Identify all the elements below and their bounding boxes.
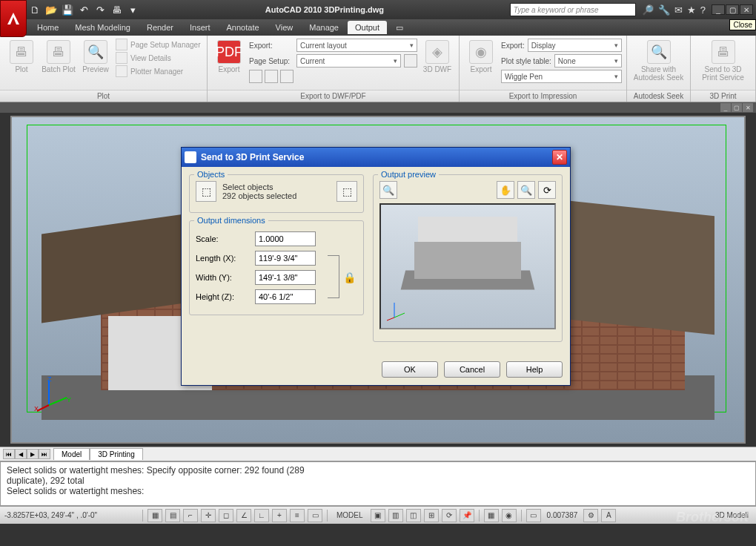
3dprint-icon: 🖶 — [712, 40, 735, 64]
plotstyle-dropdown[interactable]: None — [554, 54, 622, 68]
pagesetup-btn-icon[interactable] — [404, 54, 417, 68]
qat-undo-icon[interactable]: ↶ — [77, 3, 90, 16]
maximize-button[interactable]: ▢ — [726, 4, 739, 15]
tab-mesh-modeling[interactable]: Mesh Modeling — [67, 21, 138, 34]
select-objects-button[interactable]: ⬚ — [196, 181, 216, 202]
export-opt2-icon[interactable] — [265, 70, 278, 83]
comm-icon[interactable]: ✉ — [674, 4, 683, 16]
qat-redo-icon[interactable]: ↷ — [93, 3, 107, 16]
doc-min-icon[interactable]: _ — [720, 103, 731, 112]
search-input[interactable]: Type a keyword or phrase — [510, 3, 636, 16]
3d-dwf-button[interactable]: ◈3D DWF — [420, 39, 454, 73]
sb-b-icon[interactable]: ▥ — [388, 509, 403, 522]
otrack-icon[interactable]: ∠ — [236, 509, 251, 522]
sb-h-icon[interactable]: ◉ — [502, 509, 517, 522]
qat-dropdown-icon[interactable]: ▾ — [126, 3, 139, 16]
tab-extra-icon[interactable]: ▭ — [388, 21, 411, 35]
send-3d-print-button[interactable]: 🖶Send to 3D Print Service — [697, 39, 749, 82]
qat-open-icon[interactable]: 📂 — [44, 3, 58, 16]
command-window[interactable]: Select solids or watertight meshes: Spec… — [0, 461, 756, 506]
sb-d-icon[interactable]: ⊞ — [424, 509, 439, 522]
layout-first-icon[interactable]: ⏮ — [3, 449, 15, 459]
snap-icon[interactable]: ▦ — [147, 509, 162, 522]
plot-button[interactable]: 🖶Plot — [4, 39, 39, 73]
export-opt3-icon[interactable] — [280, 70, 294, 83]
view-details[interactable]: View Details — [116, 52, 201, 64]
ucs-icon[interactable]: ZYX — [34, 375, 71, 412]
pan-icon[interactable]: ✋ — [497, 181, 514, 199]
qat-new-icon[interactable]: 🗋 — [28, 3, 42, 16]
width-input[interactable] — [255, 270, 316, 285]
coordinates[interactable]: -3.8257E+03, 249'-4" , .0'-0" — [4, 511, 138, 519]
pagesetup-dropdown[interactable]: Current — [296, 54, 401, 68]
impression-export-button[interactable]: ◉Export — [464, 39, 498, 73]
qat-save-icon[interactable]: 💾 — [61, 3, 74, 16]
panel-title-3dprint: 3D Print — [691, 90, 755, 102]
layout-tab-3dprinting[interactable]: 3D Printing — [90, 448, 142, 460]
zoom-extents-icon[interactable]: 🔍 — [379, 181, 397, 199]
imp-display-dropdown[interactable]: Display — [528, 39, 622, 52]
page-setup-mgr[interactable]: Page Setup Manager — [116, 39, 201, 50]
height-input[interactable] — [255, 289, 316, 304]
close-button[interactable]: ✕ — [740, 4, 753, 15]
qp-icon[interactable]: ▭ — [308, 509, 322, 522]
ortho-icon[interactable]: ⌐ — [183, 509, 198, 522]
annotation-scale[interactable]: 0.007387 — [544, 511, 581, 519]
help-icon[interactable]: ? — [700, 4, 706, 16]
lock-icon[interactable]: 🔒 — [343, 272, 356, 283]
tab-insert[interactable]: Insert — [182, 21, 218, 34]
plotter-mgr[interactable]: Plotter Manager — [116, 65, 201, 77]
grid-icon[interactable]: ▤ — [165, 509, 180, 522]
model-space-toggle[interactable]: MODEL — [332, 511, 368, 519]
sb-e-icon[interactable]: ⟳ — [442, 509, 457, 522]
layout-next-icon[interactable]: ▶ — [27, 449, 39, 459]
tab-home[interactable]: Home — [30, 21, 66, 34]
tab-annotate[interactable]: Annotate — [219, 21, 267, 34]
sb-k-icon[interactable]: A — [601, 509, 616, 522]
scale-input[interactable] — [255, 231, 316, 246]
orbit-icon[interactable]: ⟳ — [538, 181, 556, 199]
qat-print-icon[interactable]: 🖶 — [110, 3, 123, 16]
doc-max-icon[interactable]: ▢ — [732, 103, 742, 112]
help-button[interactable]: Help — [506, 361, 563, 378]
export-pdf-button[interactable]: PDFExport — [212, 39, 246, 73]
favorite-icon[interactable]: ★ — [687, 4, 696, 16]
dyn-icon[interactable]: + — [272, 509, 287, 522]
wiggle-pen-dropdown[interactable]: Wiggle Pen — [501, 70, 622, 83]
binoculars-icon[interactable]: 🔎 — [642, 4, 654, 16]
sb-i-icon[interactable]: ▭ — [526, 509, 541, 522]
minimize-button[interactable]: _ — [712, 4, 725, 15]
sb-f-icon[interactable]: 📌 — [460, 509, 474, 522]
layout-tab-model[interactable]: Model — [53, 448, 90, 460]
zoom-icon[interactable]: 🔍 — [517, 181, 535, 199]
length-input[interactable] — [255, 251, 316, 266]
dialog-close-button[interactable]: ✕ — [552, 150, 567, 165]
batch-plot-button[interactable]: 🖶Batch Plot — [42, 39, 76, 73]
app-menu-button[interactable] — [0, 0, 27, 37]
tab-manage[interactable]: Manage — [302, 21, 346, 34]
export-layout-dropdown[interactable]: Current layout — [296, 39, 417, 52]
ok-button[interactable]: OK — [382, 361, 438, 378]
dialog-titlebar[interactable]: Send to 3D Print Service ✕ — [182, 148, 570, 167]
sb-c-icon[interactable]: ◫ — [406, 509, 421, 522]
layout-prev-icon[interactable]: ◀ — [15, 449, 27, 459]
sb-j-icon[interactable]: ⚙ — [583, 509, 598, 522]
lwt-icon[interactable]: ≡ — [290, 509, 305, 522]
doc-close-icon[interactable]: ✕ — [743, 103, 753, 112]
quick-select-button[interactable]: ⬚ — [336, 181, 357, 202]
cancel-button[interactable]: Cancel — [444, 361, 500, 378]
autodesk-seek-button[interactable]: 🔍Share with Autodesk Seek — [633, 39, 685, 82]
preview-button[interactable]: 🔍Preview — [79, 39, 113, 73]
tab-render[interactable]: Render — [139, 21, 181, 34]
key-icon[interactable]: 🔧 — [658, 4, 670, 16]
tab-output[interactable]: Output — [348, 21, 387, 34]
ducs-icon[interactable]: ∟ — [254, 509, 269, 522]
polar-icon[interactable]: ✛ — [201, 509, 216, 522]
sb-g-icon[interactable]: ▦ — [484, 509, 499, 522]
export-opt1-icon[interactable] — [249, 70, 262, 83]
sb-a-icon[interactable]: ▣ — [371, 509, 385, 522]
tab-view[interactable]: View — [268, 21, 301, 34]
osnap-icon[interactable]: ◻ — [219, 509, 233, 522]
preview-viewport[interactable] — [379, 203, 556, 329]
layout-last-icon[interactable]: ⏭ — [39, 449, 50, 459]
